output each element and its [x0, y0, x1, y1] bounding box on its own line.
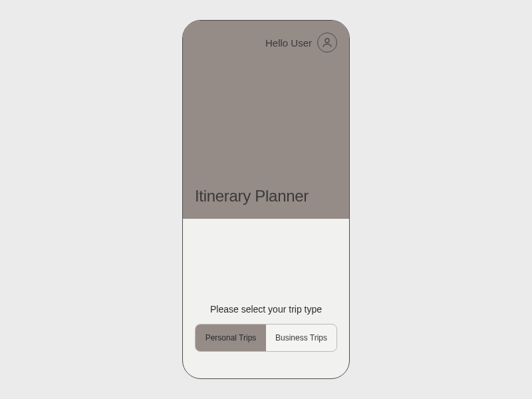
personal-trips-button[interactable]: Personal Trips — [196, 325, 266, 351]
business-trips-button[interactable]: Business Trips — [266, 325, 336, 351]
greeting-text: Hello User — [265, 37, 312, 49]
page-title: Itinerary Planner — [195, 187, 337, 205]
svg-point-0 — [325, 39, 329, 43]
header-panel: Hello User Itinerary Planner — [183, 21, 349, 219]
greeting-row: Hello User — [195, 33, 337, 53]
trip-selection-panel: Please select your trip type Personal Tr… — [183, 219, 349, 378]
phone-frame: Hello User Itinerary Planner Please sele… — [182, 20, 350, 379]
avatar-icon[interactable] — [317, 33, 337, 53]
trip-type-prompt: Please select your trip type — [195, 304, 337, 315]
trip-type-toggle: Personal Trips Business Trips — [195, 324, 337, 352]
